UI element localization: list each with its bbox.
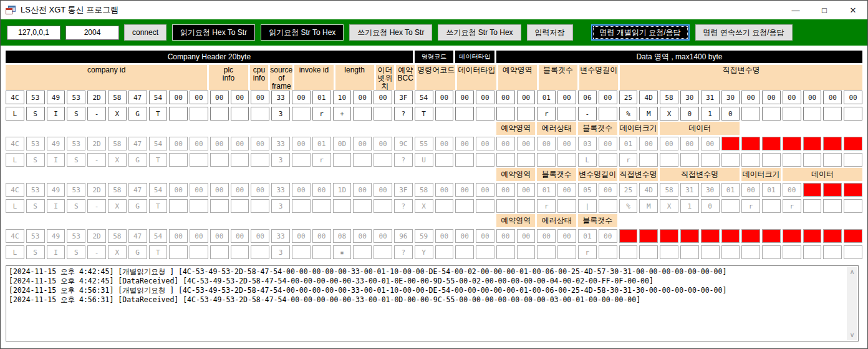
char-cell[interactable] <box>476 107 494 120</box>
char-cell[interactable]: X <box>660 107 678 120</box>
hex-cell[interactable]: 05 <box>578 183 597 197</box>
hex-cell[interactable]: 01 <box>312 137 331 150</box>
hex-cell[interactable]: 4D <box>639 91 658 104</box>
hex-cell[interactable]: 00 <box>190 229 208 243</box>
char-cell[interactable]: 0 <box>721 107 740 120</box>
char-cell[interactable] <box>701 245 720 259</box>
char-cell[interactable] <box>844 153 862 167</box>
hex-cell[interactable]: 31 <box>701 91 720 104</box>
char-cell[interactable] <box>639 153 658 167</box>
hex-cell[interactable]: 33 <box>271 183 290 197</box>
hex-cell[interactable]: 01 <box>721 183 740 197</box>
char-cell[interactable] <box>844 199 862 213</box>
char-cell[interactable] <box>210 153 229 167</box>
hex-cell[interactable]: 00 <box>537 229 556 243</box>
char-cell[interactable] <box>844 245 862 259</box>
char-cell[interactable]: G <box>128 199 147 213</box>
char-cell[interactable] <box>557 199 576 213</box>
char-cell[interactable] <box>169 245 188 259</box>
data-red-cell[interactable] <box>660 229 678 243</box>
hex-cell[interactable]: 58 <box>660 91 678 104</box>
hex-cell[interactable]: 00 <box>517 183 536 197</box>
char-cell[interactable]: T <box>149 199 168 213</box>
data-red-cell[interactable] <box>803 183 822 197</box>
char-cell[interactable] <box>210 107 229 120</box>
hex-cell[interactable]: 00 <box>803 91 822 104</box>
char-cell[interactable] <box>231 199 249 213</box>
char-cell[interactable]: L <box>6 107 24 120</box>
char-cell[interactable]: I <box>47 153 65 167</box>
char-cell[interactable] <box>190 153 208 167</box>
char-cell[interactable]: G <box>128 153 147 167</box>
data-red-cell[interactable] <box>721 229 740 243</box>
hex-cell[interactable]: 00 <box>169 137 188 150</box>
char-cell[interactable] <box>599 245 617 259</box>
hex-cell[interactable]: 25 <box>619 183 638 197</box>
char-cell[interactable] <box>455 107 474 120</box>
char-cell[interactable]: 0 <box>680 107 699 120</box>
char-cell[interactable] <box>231 245 249 259</box>
char-cell[interactable]: ? <box>394 153 413 167</box>
hex-cell[interactable]: 58 <box>108 229 127 243</box>
data-red-cell[interactable] <box>844 183 862 197</box>
char-cell[interactable] <box>721 153 740 167</box>
hex-cell[interactable]: 00 <box>455 183 474 197</box>
char-cell[interactable] <box>496 153 515 167</box>
char-cell[interactable]: | <box>578 199 597 213</box>
hex-cell[interactable]: 00 <box>231 183 249 197</box>
char-cell[interactable] <box>169 153 188 167</box>
hex-cell[interactable]: 00 <box>374 183 392 197</box>
hex-cell[interactable]: 33 <box>271 137 290 150</box>
char-cell[interactable]: - <box>87 153 106 167</box>
char-cell[interactable]: r <box>578 245 597 259</box>
hex-cell[interactable]: 49 <box>47 91 65 104</box>
hex-cell[interactable]: 00 <box>476 91 494 104</box>
hex-cell[interactable]: 33 <box>271 229 290 243</box>
char-cell[interactable] <box>803 245 822 259</box>
data-red-cell[interactable] <box>701 229 720 243</box>
char-cell[interactable] <box>557 107 576 120</box>
hex-cell[interactable]: 00 <box>783 183 801 197</box>
hex-cell[interactable]: 53 <box>26 229 45 243</box>
char-cell[interactable] <box>803 107 822 120</box>
hex-cell[interactable]: 31 <box>680 183 699 197</box>
char-cell[interactable]: I <box>47 245 65 259</box>
hex-cell[interactable]: 4C <box>6 229 24 243</box>
char-cell[interactable] <box>476 199 494 213</box>
char-cell[interactable] <box>496 245 515 259</box>
hex-cell[interactable]: 10 <box>333 91 352 104</box>
char-cell[interactable]: T <box>415 107 433 120</box>
char-cell[interactable]: S <box>67 199 85 213</box>
char-cell[interactable] <box>435 153 454 167</box>
hex-cell[interactable]: 54 <box>149 183 168 197</box>
data-red-cell[interactable] <box>741 137 760 150</box>
data-red-cell[interactable] <box>823 137 842 150</box>
hex-cell[interactable]: 47 <box>128 91 147 104</box>
char-cell[interactable] <box>455 153 474 167</box>
hex-cell[interactable]: 30 <box>701 183 720 197</box>
char-cell[interactable]: X <box>108 245 127 259</box>
hex-cell[interactable]: 53 <box>26 183 45 197</box>
toolbar-button-0[interactable]: connect <box>124 24 166 41</box>
char-cell[interactable] <box>292 153 311 167</box>
hex-cell[interactable]: 00 <box>517 229 536 243</box>
hex-cell[interactable]: 00 <box>517 137 536 150</box>
char-cell[interactable] <box>557 245 576 259</box>
char-cell[interactable]: I <box>47 199 65 213</box>
char-cell[interactable]: 3 <box>271 199 290 213</box>
char-cell[interactable] <box>190 107 208 120</box>
char-cell[interactable] <box>312 245 331 259</box>
hex-cell[interactable]: 01 <box>537 91 556 104</box>
char-cell[interactable]: 1 <box>701 107 720 120</box>
hex-cell[interactable]: 00 <box>374 137 392 150</box>
char-cell[interactable] <box>762 153 781 167</box>
char-cell[interactable]: % <box>619 199 638 213</box>
data-red-cell[interactable] <box>680 229 699 243</box>
hex-cell[interactable]: 59 <box>415 229 433 243</box>
hex-cell[interactable]: 00 <box>169 91 188 104</box>
char-cell[interactable] <box>557 153 576 167</box>
char-cell[interactable]: r <box>741 199 760 213</box>
log-scrollbar[interactable]: ∧ ∨ <box>847 267 857 340</box>
char-cell[interactable] <box>333 199 352 213</box>
hex-cell[interactable]: 54 <box>415 91 433 104</box>
